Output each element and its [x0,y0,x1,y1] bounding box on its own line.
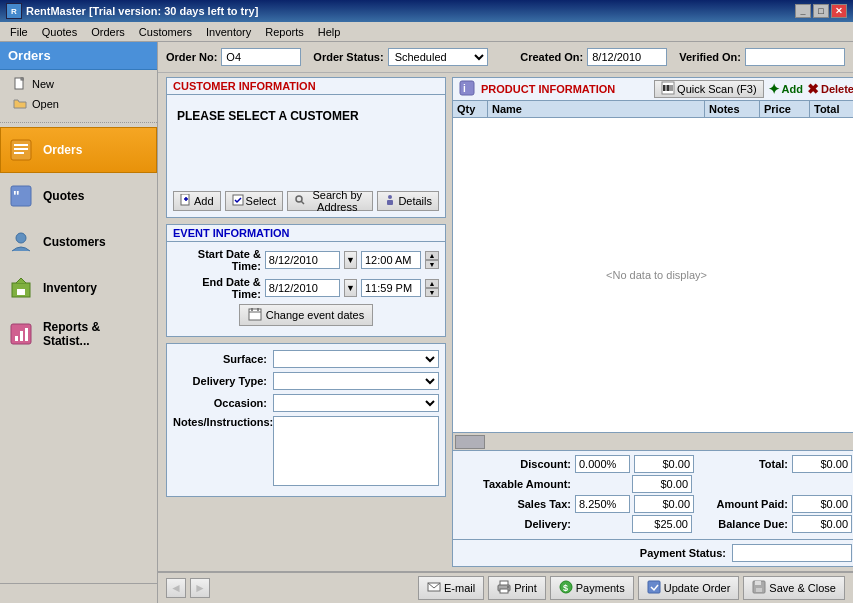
total-label: Total: [702,458,788,470]
start-time-input[interactable] [361,251,421,269]
save-close-label: Save & Close [769,582,836,594]
update-order-button[interactable]: Update Order [638,576,740,600]
add-product-label: Add [782,83,803,95]
menu-orders[interactable]: Orders [85,25,131,39]
menu-reports[interactable]: Reports [259,25,310,39]
verified-on-input[interactable] [745,48,845,66]
payment-status-label: Payment Status: [640,547,726,559]
quick-scan-button[interactable]: Quick Scan (F3) [654,80,763,98]
add-customer-label: Add [194,195,214,207]
svg-rect-5 [14,152,24,154]
update-icon [647,580,661,596]
start-date-picker-button[interactable]: ▼ [344,251,357,269]
email-button[interactable]: E-mail [418,576,484,600]
delivery-type-select[interactable] [273,372,439,390]
svg-text:$: $ [563,583,568,593]
menu-inventory[interactable]: Inventory [200,25,257,39]
start-date-input[interactable] [265,251,340,269]
end-time-input[interactable] [361,279,421,297]
sidebar-open-action[interactable]: Open [8,94,149,114]
details-button[interactable]: Details [377,191,439,211]
menu-file[interactable]: File [4,25,34,39]
sidebar-new-action[interactable]: New [8,74,149,94]
save-close-button[interactable]: Save & Close [743,576,845,600]
add-green-icon: ✦ [768,81,780,97]
discount-amt-input[interactable] [634,455,694,473]
end-time-down-button[interactable]: ▼ [425,288,439,297]
start-time-up-button[interactable]: ▲ [425,251,439,260]
sidebar-item-orders[interactable]: Orders [0,127,157,173]
svg-rect-20 [387,200,393,205]
order-no-input[interactable] [221,48,301,66]
svg-rect-1 [21,78,23,80]
sidebar-item-inventory[interactable]: Inventory [0,265,157,311]
forward-button[interactable]: ► [190,578,210,598]
taxable-amt-input[interactable] [632,475,692,493]
amount-paid-label: Amount Paid: [702,498,788,510]
col-notes: Notes [705,101,760,117]
svg-rect-40 [648,581,660,593]
svg-line-18 [301,201,304,204]
print-button[interactable]: Print [488,576,546,600]
delivery-amt-input[interactable] [632,515,692,533]
delete-red-icon: ✖ [807,81,819,97]
sidebar-quotes-label: Quotes [43,189,84,203]
occasion-select[interactable] [273,394,439,412]
amount-paid-input[interactable] [792,495,852,513]
payment-status-row: Payment Status: [452,540,853,567]
end-date-picker-button[interactable]: ▼ [344,279,357,297]
sidebar-item-customers[interactable]: Customers [0,219,157,265]
event-info-title: EVENT INFORMATION [167,225,445,242]
minimize-button[interactable]: _ [795,4,811,18]
discount-pct-input[interactable] [575,455,630,473]
maximize-button[interactable]: □ [813,4,829,18]
close-button[interactable]: ✕ [831,4,847,18]
customer-info-section: CUSTOMER INFORMATION PLEASE SELECT A CUS… [166,77,446,218]
end-time-up-button[interactable]: ▲ [425,279,439,288]
save-icon [752,580,766,596]
svg-rect-3 [14,144,28,146]
col-qty: Qty [453,101,488,117]
table-body: <No data to display> [453,118,853,432]
surface-select[interactable] [273,350,439,368]
start-date-label: Start Date & Time: [173,248,261,272]
add-product-button[interactable]: ✦ Add [768,81,803,97]
back-button[interactable]: ◄ [166,578,186,598]
email-icon [427,580,441,596]
end-date-input[interactable] [265,279,340,297]
sidebar-customers-label: Customers [43,235,106,249]
order-no-label: Order No: [166,51,217,63]
reports-icon [7,320,35,348]
search-by-address-button[interactable]: Search by Address [287,191,373,211]
add-customer-button[interactable]: Add [173,191,221,211]
sidebar-item-reports[interactable]: Reports & Statist... [0,311,157,357]
customers-icon [7,228,35,256]
sales-tax-pct-input[interactable] [575,495,630,513]
change-event-dates-button[interactable]: Change event dates [239,304,373,326]
menu-customers[interactable]: Customers [133,25,198,39]
sidebar-item-quotes[interactable]: " Quotes [0,173,157,219]
svg-point-8 [16,233,26,243]
svg-text:": " [13,188,20,204]
update-order-label: Update Order [664,582,731,594]
payment-status-input[interactable] [732,544,852,562]
order-status-label: Order Status: [313,51,383,63]
select-customer-button[interactable]: Select [225,191,284,211]
delete-product-button[interactable]: ✖ Delete [807,81,853,97]
order-status-select[interactable]: Scheduled Confirmed Completed Cancelled [388,48,488,66]
payments-button[interactable]: $ Payments [550,576,634,600]
sales-tax-amt-input[interactable] [634,495,694,513]
sidebar: Orders New Open [0,42,158,603]
taxable-amount-label: Taxable Amount: [461,478,571,490]
notes-textarea[interactable] [273,416,439,486]
sidebar-orders-label: Orders [43,143,82,157]
delivery-type-label: Delivery Type: [173,375,273,387]
balance-due-input[interactable] [792,515,852,533]
scroll-thumb[interactable] [455,435,485,449]
customer-info-title: CUSTOMER INFORMATION [167,78,445,95]
total-amt-input[interactable] [792,455,852,473]
created-on-input[interactable] [587,48,667,66]
start-time-down-button[interactable]: ▼ [425,260,439,269]
menu-quotes[interactable]: Quotes [36,25,83,39]
menu-help[interactable]: Help [312,25,347,39]
